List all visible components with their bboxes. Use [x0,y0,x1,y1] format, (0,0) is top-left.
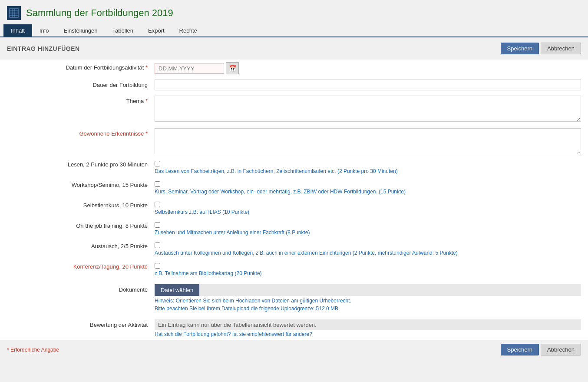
choose-file-button[interactable]: Datei wählen [155,284,199,296]
lesen-checkbox[interactable] [155,161,160,166]
dauer-input[interactable] [155,80,581,90]
thema-textarea[interactable] [155,96,581,122]
cancel-button-top[interactable]: Abbrechen [541,43,581,54]
otj-row: On the job training, 8 Punkte Zusehen un… [0,219,588,236]
dauer-label: Dauer der Fortbildung [7,80,155,88]
bewertung-control: Ein Eintrag kann nur über die Tabellenan… [155,319,581,337]
otj-label: On the job training, 8 Punkte [7,221,155,229]
section-title: EINTRAG HINZUFÜGEN [7,45,80,52]
file-hint1: Hinweis: Orientieren Sie sich beim Hochl… [155,298,581,304]
dauer-control [155,80,581,90]
app-icon [7,6,21,20]
bewertung-value: Ein Eintrag kann nur über die Tabellenan… [155,319,581,330]
erkenntnisse-control [155,128,581,156]
workshop-checkbox[interactable] [155,181,160,187]
tab-info[interactable]: Info [32,24,56,37]
required-note: * Erforderliche Angabe [7,347,59,353]
workshop-control: Kurs, Seminar, Vortrag oder Workshop, ei… [155,180,406,195]
austausch-label: Austausch, 2/5 Punkte [7,242,155,249]
selbst-checkbox[interactable] [155,202,160,207]
otj-checkbox[interactable] [155,222,160,228]
lesen-control: Das Lesen von Fachbeiträgen, z.B. in Fac… [155,160,398,174]
tab-rechte[interactable]: Rechte [172,24,205,37]
erkenntnisse-label: Gewonnene Erkenntnisse * [7,128,155,137]
calendar-button[interactable]: 📅 [226,62,239,74]
dokumente-row: Dokumente Datei wählen Hinweis: Orientie… [0,282,588,314]
bewertung-hint: Hat sich die Fortbildung gelohnt? Ist si… [155,331,581,337]
file-hint2: Bitte beachten Sie bei Ihrem Dateiupload… [155,306,581,312]
konferenz-row: Konferenz/Tagung, 20 Punkte z.B. Teilnah… [0,260,588,277]
bottom-actions: Speichern Abbrechen [501,344,581,355]
bewertung-row: Bewertung der Aktivität Ein Eintrag kann… [0,317,588,340]
tab-inhalt[interactable]: Inhalt [3,24,32,37]
datum-row: Datum der Fortbildungsaktivität * 📅 [0,60,588,77]
selbst-row: Selbstlernkurs, 10 Punkte Selbstlernkurs… [0,199,588,216]
otj-control: Zusehen und Mitmachen unter Anleitung ei… [155,221,310,236]
austausch-control: Austausch unter Kolleginnen und Kollegen… [155,242,458,256]
workshop-hint: Kurs, Seminar, Vortrag oder Workshop, ei… [155,189,406,195]
konferenz-control: z.B. Teilnahme am Bibliothekartag (20 Pu… [155,262,262,276]
selbst-control: Selbstlernkurs z.B. auf ILIAS (10 Punkte… [155,201,249,215]
bewertung-label: Bewertung der Aktivität [7,319,155,328]
dokumente-label: Dokumente [7,284,155,293]
lesen-hint: Das Lesen von Fachbeiträgen, z.B. in Fac… [155,168,398,174]
tab-export[interactable]: Export [141,24,172,37]
nav-tabs: Inhalt Info Einstellungen Tabellen Expor… [0,24,588,37]
selbst-hint: Selbstlernkurs z.B. auf ILIAS (10 Punkte… [155,209,249,215]
page-title: Sammlung der Fortbildungen 2019 [26,7,173,19]
thema-control [155,96,581,123]
top-actions: Speichern Abbrechen [501,43,581,54]
workshop-label: Workshop/Seminar, 15 Punkte [7,180,155,188]
erkenntnisse-textarea[interactable] [155,128,581,154]
save-button-bottom[interactable]: Speichern [501,344,539,355]
konferenz-label: Konferenz/Tagung, 20 Punkte [7,262,155,270]
cancel-button-bottom[interactable]: Abbrechen [541,344,581,355]
erkenntnisse-row: Gewonnene Erkenntnisse * [0,126,588,158]
thema-label: Thema * [7,96,155,104]
konferenz-hint: z.B. Teilnahme am Bibliothekartag (20 Pu… [155,270,262,276]
konferenz-checkbox[interactable] [155,263,160,269]
workshop-row: Workshop/Seminar, 15 Punkte Kurs, Semina… [0,179,588,196]
datum-label: Datum der Fortbildungsaktivität * [7,62,155,71]
tab-einstellungen[interactable]: Einstellungen [56,24,105,37]
dokumente-control: Datei wählen Hinweis: Orientieren Sie si… [155,284,581,312]
tab-tabellen[interactable]: Tabellen [105,24,141,37]
selbst-label: Selbstlernkurs, 10 Punkte [7,201,155,209]
thema-row: Thema * [0,93,588,126]
lesen-label: Lesen, 2 Punkte pro 30 Minuten [7,160,155,168]
austausch-hint: Austausch unter Kolleginnen und Kollegen… [155,250,458,256]
austausch-checkbox[interactable] [155,242,160,248]
datum-input[interactable] [155,63,224,74]
austausch-row: Austausch, 2/5 Punkte Austausch unter Ko… [0,240,588,257]
lesen-row: Lesen, 2 Punkte pro 30 Minuten Das Lesen… [0,158,588,175]
save-button-top[interactable]: Speichern [501,43,539,54]
otj-hint: Zusehen und Mitmachen unter Anleitung ei… [155,229,310,236]
datum-control: 📅 [155,62,581,74]
dauer-row: Dauer der Fortbildung [0,77,588,93]
